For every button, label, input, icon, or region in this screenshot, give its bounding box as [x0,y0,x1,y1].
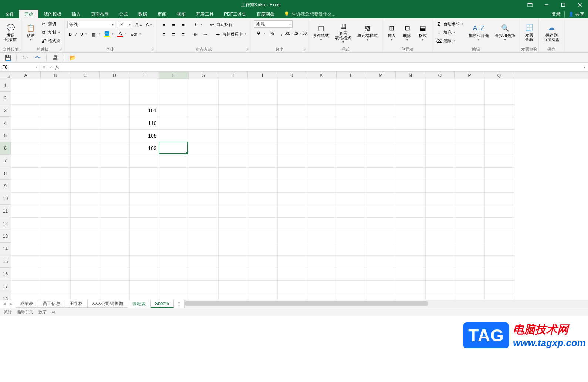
save-to-cloud-button[interactable]: ☁保存到百度网盘 [541,23,562,43]
tab-pdfkit[interactable]: PDF工具集 [219,10,251,18]
cell[interactable] [337,167,366,180]
cell[interactable] [129,92,159,104]
copy-button[interactable]: ⧉复制▾ [39,28,62,37]
cell[interactable] [307,180,337,192]
cell[interactable] [159,92,189,104]
row-header[interactable]: 17 [0,280,11,293]
tab-view[interactable]: 视图 [172,10,191,18]
cell[interactable] [455,180,484,192]
cell[interactable] [337,117,366,129]
cell[interactable] [277,129,307,142]
cell[interactable] [337,79,366,92]
cell[interactable] [425,205,455,217]
cell[interactable] [218,230,248,243]
dialog-launcher-icon[interactable]: ⤢ [245,47,250,51]
cell[interactable] [159,129,189,142]
cell[interactable] [396,205,425,217]
cell[interactable] [218,155,248,167]
ribbon-display-options-icon[interactable] [521,3,538,7]
cell[interactable] [100,268,129,280]
align-bottom-button[interactable]: ≡ [179,20,187,28]
cell[interactable] [159,104,189,117]
cell[interactable] [396,255,425,268]
cell[interactable] [129,79,159,92]
cell[interactable] [396,155,425,167]
cell[interactable] [189,217,218,230]
align-top-button[interactable]: ≡ [159,20,168,28]
cell[interactable] [337,293,366,300]
row-header[interactable]: 4 [0,117,11,129]
cell[interactable] [396,243,425,255]
cell[interactable] [159,255,189,268]
row-header[interactable]: 5 [0,129,11,142]
cell[interactable] [11,268,41,280]
cell[interactable] [129,280,159,293]
delete-cells-button[interactable]: ⊟删除▼ [400,23,414,42]
cell[interactable] [337,192,366,205]
cell[interactable] [129,255,159,268]
cell[interactable] [277,142,307,155]
cell[interactable] [307,192,337,205]
cell[interactable] [100,104,129,117]
cell[interactable] [159,192,189,205]
cell[interactable] [100,255,129,268]
cell[interactable] [41,129,70,142]
column-header[interactable]: G [189,72,218,79]
tab-developer[interactable]: 开发工具 [191,10,219,18]
cell[interactable] [159,155,189,167]
cell[interactable] [484,129,514,142]
decrease-indent-button[interactable]: ⇤ [191,30,200,38]
cell[interactable] [70,217,100,230]
cell[interactable] [307,255,337,268]
row-header[interactable]: 1 [0,79,11,92]
cell[interactable] [366,205,396,217]
tab-formulas[interactable]: 公式 [114,10,133,18]
cell[interactable] [218,92,248,104]
cell[interactable] [100,155,129,167]
cell[interactable] [41,117,70,129]
cell[interactable] [425,255,455,268]
tab-templates[interactable]: 我的模板 [38,10,67,18]
cell[interactable] [100,230,129,243]
cell[interactable] [70,268,100,280]
cell[interactable] [248,104,277,117]
cell[interactable] [159,142,189,155]
cell[interactable] [484,180,514,192]
cell[interactable] [129,217,159,230]
cell[interactable] [218,79,248,92]
cell[interactable] [425,155,455,167]
cell[interactable] [41,192,70,205]
horizontal-scrollbar[interactable] [184,300,588,308]
cell[interactable] [307,92,337,104]
cell[interactable] [159,230,189,243]
cell[interactable] [159,243,189,255]
row-header[interactable]: 16 [0,268,11,280]
tab-pagelayout[interactable]: 页面布局 [86,10,114,18]
cell[interactable] [307,230,337,243]
cell[interactable] [277,117,307,129]
cell[interactable] [337,104,366,117]
cell[interactable] [248,117,277,129]
cell[interactable] [41,230,70,243]
cell[interactable] [455,217,484,230]
column-header[interactable]: E [129,72,159,79]
sheet-tab[interactable]: 员工信息 [38,300,65,308]
cell[interactable] [455,268,484,280]
cell[interactable] [396,167,425,180]
cell[interactable] [189,104,218,117]
cell[interactable] [11,293,41,300]
conditional-format-button[interactable]: ▤条件格式▼ [311,23,331,42]
cell[interactable] [11,255,41,268]
cell[interactable] [455,155,484,167]
cell[interactable] [396,79,425,92]
cell[interactable] [307,243,337,255]
cell[interactable] [218,268,248,280]
cell[interactable] [455,129,484,142]
cell[interactable] [159,280,189,293]
cell[interactable] [366,230,396,243]
paste-button[interactable]: 📋 粘贴 ▼ [24,23,38,42]
number-format-combo[interactable]: 常规▾ [254,20,293,28]
cell[interactable] [425,293,455,300]
cell[interactable] [484,293,514,300]
cell[interactable] [425,280,455,293]
